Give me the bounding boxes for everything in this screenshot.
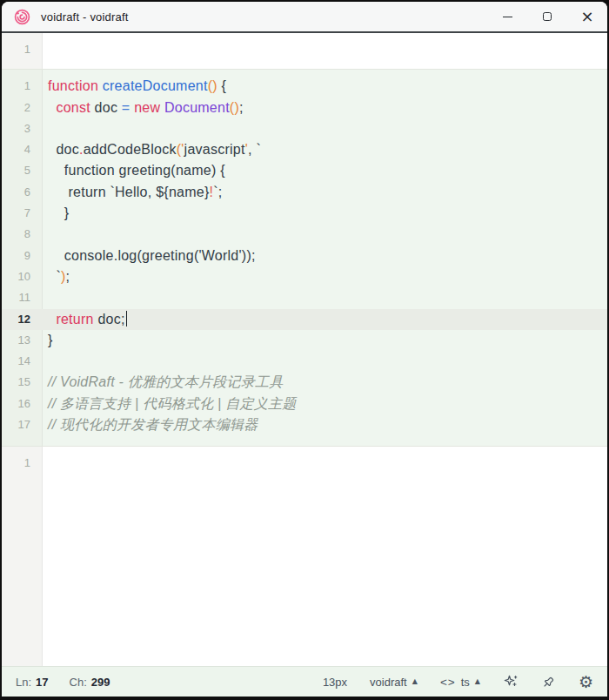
code-text: } [42, 330, 53, 351]
line-number: 3 [2, 118, 42, 139]
code-line[interactable]: 15// VoidRaft - 优雅的文本片段记录工具 [2, 372, 607, 393]
code-line[interactable]: 1function createDocument() { [2, 76, 607, 97]
code-text: `); [42, 266, 70, 287]
code-line[interactable]: 5 function greeting(name) { [2, 160, 607, 181]
code-line[interactable]: 10 `); [2, 266, 607, 287]
statusbar-controls: 13px voidraft ▲ <> ts ▲ [323, 674, 593, 690]
char-indicator: Ch:299 [70, 676, 110, 689]
gear-icon: ⚙ [579, 674, 593, 690]
code-line[interactable]: 2 const doc = new Document(); [2, 98, 607, 118]
chevron-up-icon: ▲ [412, 678, 418, 685]
format-code-button[interactable] [503, 674, 519, 690]
language-selector[interactable]: <> ts ▲ [440, 676, 480, 689]
line-number: 12 [2, 309, 42, 330]
settings-button[interactable]: ⚙ [579, 674, 593, 690]
editor: 11function createDocument() {2 const doc… [2, 33, 607, 666]
line-number: 16 [2, 394, 42, 414]
code-line[interactable]: 17// 现代化的开发者专用文本编辑器 [2, 414, 607, 435]
minimize-icon [503, 17, 512, 17]
active-code-line[interactable]: 12 return doc; [2, 309, 607, 330]
sparkles-icon [503, 674, 519, 690]
cursor-position-group: Ln:17 Ch:299 [16, 676, 110, 689]
line-number: 2 [2, 98, 42, 118]
editor-block-1[interactable]: 1 [2, 33, 607, 69]
app-window: voidraft - voidraft × 11function createD… [2, 2, 607, 697]
code-line[interactable]: 16// 多语言支持 | 代码格式化 | 自定义主题 [2, 394, 607, 414]
line-number: 15 [2, 372, 42, 393]
screen: voidraft - voidraft × 11function createD… [0, 0, 609, 700]
code-text: const doc = new Document(); [42, 98, 244, 118]
code-text [42, 287, 48, 308]
code-text: function createDocument() { [42, 76, 226, 97]
code-line[interactable]: 13} [2, 330, 607, 351]
code-text: } [42, 203, 69, 224]
document-selector[interactable]: voidraft ▲ [370, 676, 418, 689]
line-number: 17 [2, 414, 42, 435]
line-number: 8 [2, 224, 42, 245]
app-logo-icon [14, 9, 30, 25]
line-number: 14 [2, 351, 42, 372]
pin-icon [541, 675, 556, 690]
window-title: voidraft - voidraft [41, 10, 129, 24]
code-line[interactable]: 1 [2, 39, 607, 60]
code-line[interactable]: 4 doc.addCodeBlock('javascript', ` [2, 139, 607, 160]
code-line[interactable]: 3 [2, 118, 607, 139]
code-line[interactable]: 7 } [2, 203, 607, 224]
line-number: 5 [2, 160, 42, 181]
font-size-button[interactable]: 13px [323, 676, 347, 689]
code-text: // 多语言支持 | 代码格式化 | 自定义主题 [42, 394, 296, 414]
code-text [42, 351, 48, 372]
status-bar: Ln:17 Ch:299 13px voidraft ▲ <> ts ▲ [2, 666, 607, 697]
pin-window-button[interactable] [541, 675, 556, 690]
code-text [42, 39, 48, 60]
code-line[interactable]: 9 console.log(greeting('World')); [2, 246, 607, 266]
maximize-button[interactable] [527, 2, 567, 32]
line-number: 1 [2, 453, 42, 474]
code-text: return doc; [42, 309, 127, 330]
code-text: function greeting(name) { [42, 160, 225, 181]
code-text [42, 118, 48, 139]
code-text [42, 224, 48, 245]
editor-block-2[interactable]: 1function createDocument() {2 const doc … [2, 69, 607, 446]
line-number: 1 [2, 39, 42, 60]
code-text: // VoidRaft - 优雅的文本片段记录工具 [42, 372, 284, 393]
maximize-icon [543, 12, 552, 21]
titlebar: voidraft - voidraft × [2, 2, 607, 33]
code-line[interactable]: 8 [2, 224, 607, 245]
code-text: return `Hello, ${name}!`; [42, 182, 223, 203]
code-text [42, 453, 48, 474]
code-text: doc.addCodeBlock('javascript', ` [42, 139, 261, 160]
code-line[interactable]: 11 [2, 287, 607, 308]
close-icon: × [580, 9, 593, 24]
line-number: 13 [2, 330, 42, 351]
line-number: 10 [2, 266, 42, 287]
text-cursor [126, 311, 128, 326]
line-indicator: Ln:17 [16, 676, 49, 689]
line-number: 9 [2, 246, 42, 266]
code-text: console.log(greeting('World')); [42, 246, 256, 266]
code-line[interactable]: 6 return `Hello, ${name}!`; [2, 182, 607, 203]
line-number: 4 [2, 139, 42, 160]
close-button[interactable]: × [567, 2, 607, 32]
code-line[interactable]: 14 [2, 351, 607, 372]
editor-block-3[interactable]: 1 [2, 446, 607, 666]
line-number: 6 [2, 182, 42, 203]
chevron-up-icon: ▲ [475, 678, 480, 685]
line-number: 11 [2, 287, 42, 308]
code-line[interactable]: 1 [2, 453, 607, 474]
line-number: 1 [2, 76, 42, 97]
line-number: 7 [2, 203, 42, 224]
code-text: // 现代化的开发者专用文本编辑器 [42, 414, 258, 435]
minimize-button[interactable] [487, 2, 527, 32]
code-brackets-icon: <> [440, 676, 456, 689]
